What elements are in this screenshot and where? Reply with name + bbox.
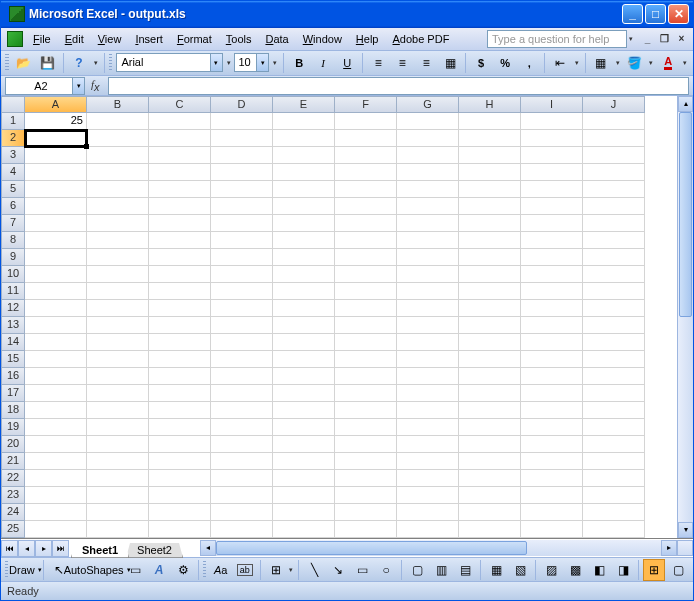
font-size-input[interactable]: 10▾ [234,53,269,72]
cell-G11[interactable] [397,283,459,300]
horizontal-scroll-thumb[interactable] [216,541,528,555]
menu-edit[interactable]: Edit [58,30,91,48]
cell-D25[interactable] [211,521,273,538]
menu-file[interactable]: File [26,30,58,48]
cell-I17[interactable] [521,385,583,402]
autoshapes-button[interactable]: AutoShapes▾ [72,559,122,581]
oval-button[interactable]: ○ [375,559,397,581]
row-header-15[interactable]: 15 [1,351,25,368]
cell-D6[interactable] [211,198,273,215]
tool-b6[interactable]: ▨ [540,559,562,581]
cell-B6[interactable] [87,198,149,215]
tab-nav-first-button[interactable]: ⏮ [1,540,18,557]
tool-b5[interactable]: ▧ [509,559,531,581]
cell-D14[interactable] [211,334,273,351]
column-header-D[interactable]: D [211,96,273,113]
cell-J18[interactable] [583,402,645,419]
cell-I2[interactable] [521,130,583,147]
cell-E22[interactable] [273,470,335,487]
cell-H17[interactable] [459,385,521,402]
cell-H19[interactable] [459,419,521,436]
cell-G7[interactable] [397,215,459,232]
chevron-down-icon[interactable]: ▾ [225,59,233,67]
cell-B3[interactable] [87,147,149,164]
cell-G19[interactable] [397,419,459,436]
column-header-B[interactable]: B [87,96,149,113]
cell-C13[interactable] [149,317,211,334]
cell-C19[interactable] [149,419,211,436]
cell-E12[interactable] [273,300,335,317]
cell-B4[interactable] [87,164,149,181]
cell-F13[interactable] [335,317,397,334]
cell-J1[interactable] [583,113,645,130]
cell-G6[interactable] [397,198,459,215]
cell-G20[interactable] [397,436,459,453]
cell-C12[interactable] [149,300,211,317]
cell-B11[interactable] [87,283,149,300]
column-header-G[interactable]: G [397,96,459,113]
cell-D22[interactable] [211,470,273,487]
save-button[interactable]: 💾 [37,52,59,74]
cell-I21[interactable] [521,453,583,470]
line-button[interactable]: ╲ [303,559,325,581]
cell-C21[interactable] [149,453,211,470]
cell-C2[interactable] [149,130,211,147]
row-header-16[interactable]: 16 [1,368,25,385]
cell-B22[interactable] [87,470,149,487]
cell-C20[interactable] [149,436,211,453]
chevron-down-icon[interactable]: ▾ [72,78,84,94]
cell-C3[interactable] [149,147,211,164]
chevron-down-icon[interactable]: ▾ [289,566,294,574]
cell-J20[interactable] [583,436,645,453]
cell-E9[interactable] [273,249,335,266]
cell-D20[interactable] [211,436,273,453]
cell-G8[interactable] [397,232,459,249]
toolbar-grip[interactable] [5,54,9,72]
chevron-down-icon[interactable]: ▾ [681,59,689,67]
row-header-6[interactable]: 6 [1,198,25,215]
mdi-close-button[interactable]: × [674,32,689,46]
cell-E8[interactable] [273,232,335,249]
cell-I12[interactable] [521,300,583,317]
toolbar-overflow-icon[interactable]: ▾ [92,59,100,67]
column-header-J[interactable]: J [583,96,645,113]
cell-C23[interactable] [149,487,211,504]
cell-F12[interactable] [335,300,397,317]
cell-B19[interactable] [87,419,149,436]
cell-F11[interactable] [335,283,397,300]
cell-H21[interactable] [459,453,521,470]
column-header-A[interactable]: A [25,96,87,113]
name-box[interactable]: A2▾ [5,77,85,95]
cell-I6[interactable] [521,198,583,215]
tool-b1[interactable]: ▢ [406,559,428,581]
cell-J21[interactable] [583,453,645,470]
row-header-18[interactable]: 18 [1,402,25,419]
mdi-minimize-button[interactable]: _ [640,32,655,46]
cell-D16[interactable] [211,368,273,385]
cell-J22[interactable] [583,470,645,487]
row-header-12[interactable]: 12 [1,300,25,317]
row-header-20[interactable]: 20 [1,436,25,453]
cell-C8[interactable] [149,232,211,249]
cell-C9[interactable] [149,249,211,266]
menu-help[interactable]: Help [349,30,386,48]
toolbar-grip[interactable] [109,54,113,72]
row-header-1[interactable]: 1 [1,113,25,130]
cell-A5[interactable] [25,181,87,198]
cell-D15[interactable] [211,351,273,368]
cell-B5[interactable] [87,181,149,198]
cell-H10[interactable] [459,266,521,283]
mdi-restore-button[interactable]: ❐ [657,32,672,46]
scroll-right-button[interactable]: ▸ [661,540,677,556]
cell-A17[interactable] [25,385,87,402]
menu-adobe-pdf[interactable]: Adobe PDF [385,30,456,48]
maximize-button[interactable]: □ [645,4,666,24]
cell-A25[interactable] [25,521,87,538]
horizontal-scrollbar[interactable]: ◂ ▸ [200,540,677,556]
cell-D21[interactable] [211,453,273,470]
cell-F3[interactable] [335,147,397,164]
cell-I20[interactable] [521,436,583,453]
cell-D17[interactable] [211,385,273,402]
tool-b2[interactable]: ▥ [430,559,452,581]
cell-F14[interactable] [335,334,397,351]
